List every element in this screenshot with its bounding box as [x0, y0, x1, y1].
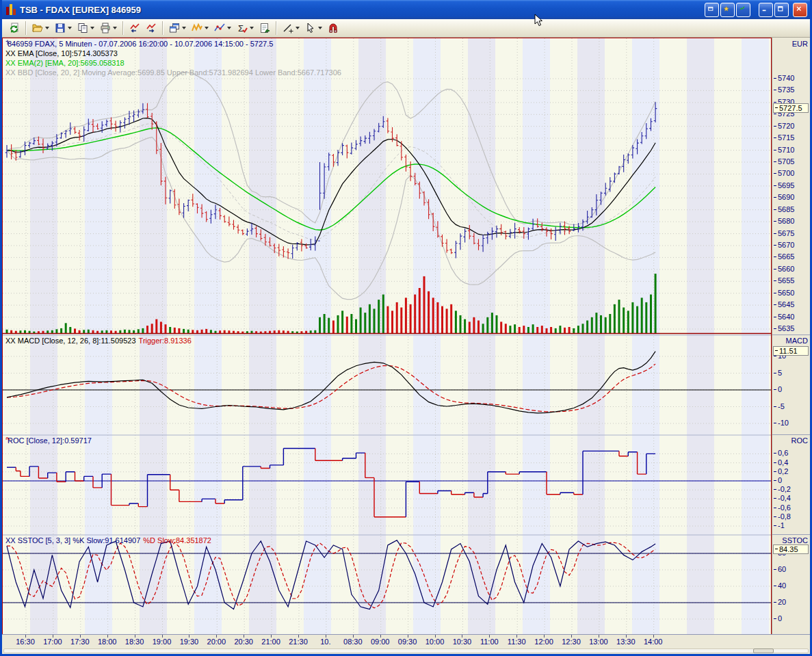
- time-label: 11:00: [480, 638, 499, 646]
- save-button[interactable]: [52, 21, 74, 36]
- dropdown-arrow-icon[interactable]: [318, 27, 322, 29]
- axis-tick-price: 5670: [774, 241, 794, 249]
- maximize-icon: [778, 6, 785, 14]
- axis-tick-macd: -5: [774, 402, 785, 410]
- price-legend-row: XX EMA [Close, 10]:5714.305373: [5, 49, 118, 58]
- axis-tick-price: 5650: [774, 289, 794, 297]
- axis-tick-sstoc: 40: [774, 581, 786, 590]
- axis-separator: [772, 334, 810, 335]
- strategy-icon: Σ: [236, 23, 248, 34]
- axis-separator: [772, 534, 810, 535]
- axis-tick-roc: 0,6: [774, 449, 788, 457]
- windows-button[interactable]: [166, 21, 188, 36]
- time-label: 19:00: [153, 638, 172, 646]
- maximize-button[interactable]: [774, 3, 789, 17]
- chart-type-icon: [191, 23, 202, 34]
- axis-separator: [772, 434, 810, 435]
- print-button[interactable]: [97, 21, 119, 36]
- time-label: 09:00: [371, 638, 390, 646]
- minimize-icon: [762, 6, 770, 14]
- refresh-button[interactable]: [6, 21, 22, 36]
- axis-tick-sstoc: 60: [774, 565, 786, 573]
- axis-tick-roc: -0,6: [774, 503, 791, 512]
- time-label: 20:30: [234, 638, 253, 646]
- toolbar-separator: [25, 21, 26, 35]
- time-axis[interactable]: 16:3017:0017:3018:0018:3019:0019:3020:00…: [2, 634, 810, 648]
- window-title: TSB - FDAX [EUREX] 846959: [20, 5, 705, 15]
- dropdown-arrow-icon[interactable]: [296, 27, 300, 29]
- horizontal-scrollbar[interactable]: [2, 648, 810, 654]
- axis-tick-sstoc: 0: [774, 614, 782, 622]
- chart-plot-area[interactable]: 846959 FDAX, 5 Minuten - 07.07.2006 16:2…: [2, 38, 772, 634]
- time-label: 10:00: [425, 638, 445, 646]
- refresh-icon: [8, 23, 20, 34]
- time-label: 18:30: [125, 638, 144, 646]
- print-icon: [99, 23, 111, 34]
- macd-legend-row: XX MACD [Close, 12, 26, 8]:11.509523Trig…: [5, 337, 194, 345]
- scrollbar-track[interactable]: [3, 648, 809, 653]
- edit-button[interactable]: [736, 3, 750, 17]
- properties-button[interactable]: [257, 21, 272, 36]
- roc-legend-row: ROC [Close, 12]:0.59717: [5, 436, 94, 445]
- pin-button[interactable]: [705, 3, 719, 17]
- price-legend-row: XX BBD [Close, 20, 2] Moving Average:569…: [5, 68, 341, 77]
- dropdown-arrow-icon[interactable]: [227, 27, 231, 29]
- titlebar[interactable]: TSB - FDAX [EUREX] 846959: [2, 0, 810, 19]
- axis-tick-price: 5695: [774, 181, 794, 189]
- pin-icon: [708, 6, 716, 14]
- properties-icon: [259, 23, 270, 34]
- copy-button[interactable]: [75, 21, 96, 36]
- open-button[interactable]: [29, 21, 51, 36]
- axis-tick-macd: -10: [774, 419, 789, 427]
- dropdown-arrow-icon[interactable]: [205, 27, 209, 29]
- axis-tick-price: 5635: [774, 324, 794, 332]
- sstoc-legend-row: XX SSTOC [5, 3, 3] %K Slow:91.614907%D S…: [5, 536, 214, 545]
- axis-tick-price: 5660: [774, 265, 794, 273]
- price-legend-row: 846959 FDAX, 5 Minuten - 07.07.2006 16:2…: [5, 40, 273, 49]
- axis-tick-price: 5645: [774, 300, 794, 309]
- macd-trigger-line: [7, 364, 655, 412]
- price-panel[interactable]: [3, 73, 772, 334]
- axis-tick-price: 5690: [774, 193, 794, 201]
- time-label: 16:30: [16, 638, 35, 646]
- dropdown-arrow-icon[interactable]: [68, 27, 72, 29]
- chart-back-button[interactable]: [127, 21, 142, 36]
- axis-tick-price: 5640: [774, 313, 794, 321]
- time-label: 13:30: [616, 638, 636, 646]
- current-value-sstoc: 84.35: [773, 545, 809, 554]
- app-icon: [6, 4, 17, 15]
- close-button[interactable]: [793, 3, 807, 17]
- scrollbar-thumb[interactable]: [753, 648, 774, 653]
- current-value-price: 5727.5: [773, 103, 809, 113]
- magnet-button[interactable]: [325, 21, 341, 36]
- axis-tick-price: 5715: [774, 133, 794, 142]
- ohlc-bars-up: [5, 102, 657, 259]
- dropdown-arrow-icon[interactable]: [113, 27, 117, 29]
- chart-forward-button[interactable]: [143, 21, 159, 36]
- dropdown-arrow-icon[interactable]: [182, 27, 186, 29]
- axis-tick-macd: 0: [774, 385, 782, 393]
- axis-tick-price: 5720: [774, 122, 794, 130]
- pointer-button[interactable]: [302, 21, 324, 36]
- strategy-button[interactable]: Σ: [234, 21, 256, 36]
- dropdown-arrow-icon[interactable]: [250, 27, 254, 29]
- sstoc-d-line: [7, 542, 655, 608]
- chart-type-button[interactable]: [189, 21, 211, 36]
- star-button[interactable]: [720, 3, 735, 17]
- time-label: 10.: [320, 638, 330, 646]
- time-label: 19:30: [180, 638, 199, 646]
- time-label: 18:00: [98, 638, 117, 646]
- draw-line-button[interactable]: [280, 21, 302, 36]
- dropdown-arrow-icon[interactable]: [90, 27, 94, 29]
- edit-icon: [739, 6, 747, 14]
- indicator-button[interactable]: [211, 21, 233, 36]
- dropdown-arrow-icon[interactable]: [45, 27, 49, 29]
- titlebar-buttons: [705, 3, 807, 17]
- axis-tick-price: 5700: [774, 169, 794, 177]
- price-legend-row: XX EMA(2) [EMA, 20]:5695.058318: [5, 59, 125, 68]
- sstoc-k-line: [7, 540, 655, 609]
- minimize-button[interactable]: [759, 3, 773, 17]
- time-label: 08:30: [343, 638, 363, 646]
- value-axis-column[interactable]: EUR5740573557305725572057155710570557005…: [772, 38, 810, 634]
- time-label: 17:30: [70, 638, 90, 646]
